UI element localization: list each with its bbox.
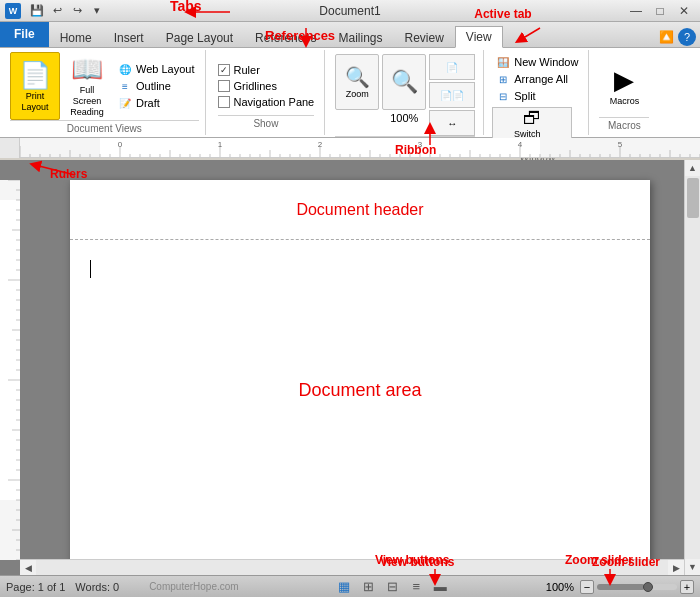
title-bar: W 💾 ↩ ↪ ▾ Document1 Tabs — □ ✕ <box>0 0 700 22</box>
navigation-pane-checkbox[interactable]: Navigation Pane <box>218 96 315 108</box>
zoom-track[interactable] <box>597 584 677 590</box>
title-bar-left: W 💾 ↩ ↪ ▾ <box>5 2 106 20</box>
macros-icon: ▶ <box>614 65 634 96</box>
document-page[interactable]: Document header Document area <box>70 180 650 575</box>
zoom-percent-label: 100% <box>546 581 574 593</box>
outline-icon: ≡ <box>118 79 132 93</box>
one-page-button[interactable]: 📄 <box>429 54 475 80</box>
zoom-pct-icon: 🔍 <box>391 69 418 95</box>
scroll-track-horizontal[interactable] <box>36 560 668 575</box>
tab-home[interactable]: Home <box>49 26 103 48</box>
zoom-percentage-label: 100% <box>390 112 418 124</box>
document-body[interactable]: Document area <box>70 240 650 540</box>
document-views-section: 📄 PrintLayout 📖 Full ScreenReading 🌐 Web… <box>4 50 206 135</box>
zoom-button[interactable]: 🔍 Zoom <box>335 54 379 110</box>
web-view-button[interactable]: ⊟ <box>382 579 402 595</box>
arrange-all-label: Arrange All <box>514 73 568 85</box>
customize-qa-button[interactable]: ▾ <box>88 2 106 20</box>
vertical-ruler <box>0 180 20 553</box>
minimize-button[interactable]: — <box>625 3 647 19</box>
window-section: 🪟 New Window ⊞ Arrange All ⊟ Split 🗗 Swi… <box>486 50 589 135</box>
draft-view-button[interactable]: ▬ <box>430 579 450 595</box>
gridlines-checkbox[interactable]: Gridlines <box>218 80 315 92</box>
arrange-all-button[interactable]: ⊞ Arrange All <box>492 71 582 87</box>
scroll-up-button[interactable]: ▲ <box>685 160 701 176</box>
tab-insert[interactable]: Insert <box>103 26 155 48</box>
ruler-area <box>0 138 700 158</box>
scroll-right-button[interactable]: ▶ <box>668 560 684 576</box>
draft-button[interactable]: 📝 Draft <box>114 95 199 111</box>
full-screen-label: Full ScreenReading <box>66 85 108 117</box>
two-pages-button[interactable]: 📄📄 <box>429 82 475 108</box>
tab-references[interactable]: References <box>244 26 327 48</box>
scroll-down-button[interactable]: ▼ <box>685 559 701 575</box>
document-header: Document header <box>70 180 650 240</box>
print-layout-label: PrintLayout <box>21 91 48 113</box>
full-screen-view-button[interactable]: ⊞ <box>358 579 378 595</box>
document-header-text: Document header <box>296 201 423 219</box>
print-view-button[interactable]: ▦ <box>334 579 354 595</box>
zoom-out-button[interactable]: − <box>580 580 594 594</box>
zoom-in-button[interactable]: + <box>680 580 694 594</box>
tab-page-layout[interactable]: Page Layout <box>155 26 244 48</box>
zoom-button-container: 🔍 Zoom <box>335 54 379 110</box>
tab-view[interactable]: View Active tab <box>455 26 503 48</box>
outline-view-button[interactable]: ≡ <box>406 579 426 595</box>
view-buttons-group: View buttons ▦ ⊞ ⊟ ≡ ▬ <box>334 579 450 595</box>
save-button[interactable]: 💾 <box>28 2 46 20</box>
ruler-checkbox[interactable]: ✓ Ruler <box>218 64 315 76</box>
word-count: Words: 0 <box>75 581 119 593</box>
maximize-button[interactable]: □ <box>649 3 671 19</box>
scroll-left-button[interactable]: ◀ <box>20 560 36 576</box>
switch-windows-icon: 🗗 <box>523 108 541 129</box>
status-bar: Page: 1 of 1 Words: 0 ComputerHope.com V… <box>0 575 700 597</box>
page-width-button[interactable]: ↔ <box>429 110 475 136</box>
macros-button[interactable]: ▶ Macros <box>599 54 649 116</box>
arrange-all-icon: ⊞ <box>496 72 510 86</box>
zoom-btn-label: Zoom <box>346 89 369 99</box>
scroll-thumb-vertical[interactable] <box>687 178 699 218</box>
scrollbar-vertical[interactable]: ▲ ▼ <box>684 160 700 575</box>
undo-button[interactable]: ↩ <box>48 2 66 20</box>
text-cursor <box>90 260 91 278</box>
show-section: ✓ Ruler Gridlines Navigation Pane Show <box>208 50 326 135</box>
split-button[interactable]: ⊟ Split <box>492 88 582 104</box>
full-screen-icon: 📖 <box>71 54 103 85</box>
window-content: 🪟 New Window ⊞ Arrange All ⊟ Split 🗗 Swi… <box>492 54 582 149</box>
scroll-track-vertical[interactable] <box>685 176 700 559</box>
print-layout-icon: 📄 <box>19 60 51 91</box>
draft-label: Draft <box>136 97 160 109</box>
split-label: Split <box>514 90 535 102</box>
zoom-fill <box>597 584 645 590</box>
help-collapse-icon[interactable]: 🔼 <box>656 27 676 47</box>
document-views-label: Document Views <box>10 120 199 134</box>
close-button[interactable]: ✕ <box>673 3 695 19</box>
ruler-corner <box>0 138 20 158</box>
ribbon: 📄 PrintLayout 📖 Full ScreenReading 🌐 Web… <box>0 48 700 138</box>
zoom-slider[interactable]: − + <box>580 580 694 594</box>
new-window-button[interactable]: 🪟 New Window <box>492 54 582 70</box>
tab-mailings[interactable]: Mailings <box>327 26 393 48</box>
gridlines-cb-icon <box>218 80 230 92</box>
redo-button[interactable]: ↪ <box>68 2 86 20</box>
print-layout-button[interactable]: 📄 PrintLayout <box>10 52 60 120</box>
help-icon[interactable]: ? <box>678 28 696 46</box>
macros-label: Macros <box>610 96 640 106</box>
new-window-label: New Window <box>514 56 578 68</box>
macros-label: Macros <box>599 117 649 131</box>
tab-review[interactable]: Review <box>393 26 454 48</box>
show-content: ✓ Ruler Gridlines Navigation Pane <box>218 56 315 115</box>
outline-button[interactable]: ≡ Outline <box>114 78 199 94</box>
zoom-handle[interactable] <box>643 582 653 592</box>
web-layout-label: Web Layout <box>136 63 195 75</box>
split-icon: ⊟ <box>496 89 510 103</box>
tab-file[interactable]: File <box>0 21 49 47</box>
ribbon-right-icons: 🔼 ? <box>656 27 700 47</box>
quick-access-toolbar: 💾 ↩ ↪ ▾ <box>28 2 106 20</box>
draft-icon: 📝 <box>118 96 132 110</box>
new-window-icon: 🪟 <box>496 55 510 69</box>
web-layout-button[interactable]: 🌐 Web Layout <box>114 61 199 77</box>
zoom-100-button[interactable]: 🔍 <box>382 54 426 110</box>
scrollbar-horizontal[interactable]: ◀ ▶ <box>20 559 684 575</box>
full-screen-reading-button[interactable]: 📖 Full ScreenReading <box>62 52 112 120</box>
